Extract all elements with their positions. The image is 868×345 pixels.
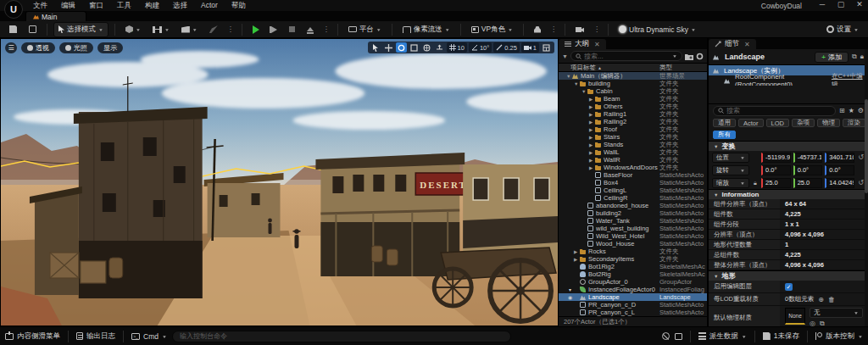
outliner-row-PR_canyon_c_D[interactable]: PR_canyon_c_DStaticMeshActo (559, 301, 707, 309)
menu-item-帮助[interactable]: 帮助 (231, 1, 246, 11)
cmd-dropdown[interactable]: >_Cmd▼ (131, 332, 167, 341)
add-component-button[interactable]: +添加 (815, 52, 849, 63)
outliner-row-abandoned_house[interactable]: abandoned_houseStaticMeshActo (559, 202, 707, 209)
add-actor-button[interactable]: +▼ (121, 24, 145, 35)
row-chevron-icon[interactable]: ▾ (566, 287, 574, 292)
level-tab-main[interactable]: Main (25, 11, 86, 21)
save-button[interactable] (5, 24, 21, 35)
outliner-row-Bot2Rig[interactable]: Bot2RigSkeletalMeshAc (559, 270, 707, 278)
favorites-star-icon[interactable]: ★ (849, 107, 854, 114)
outliner-row-Bot1Rig2[interactable]: Bot1Rig2SkeletalMeshAc (559, 263, 707, 270)
translate-tool-button[interactable] (383, 42, 394, 53)
reset-to-default-icon[interactable]: ↺ (857, 153, 865, 161)
chip-Actor[interactable]: Actor (738, 119, 764, 127)
pixel-streaming-dropdown[interactable]: 像素流送▼ (398, 23, 454, 36)
phys-material-select[interactable]: 无▼ (810, 308, 863, 318)
cinematics-button[interactable]: ▼ (177, 25, 202, 35)
enable-edit-layers-checkbox[interactable]: ✓ (785, 283, 793, 291)
outliner-column-label[interactable]: 项目标签 ▲ (559, 64, 659, 72)
chip-LOD[interactable]: LOD (766, 119, 789, 127)
chip-杂项[interactable]: 杂项 (792, 119, 815, 127)
outliner-row-PR_canyon_c_L[interactable]: PR_canyon_c_LStaticMeshActo (559, 309, 707, 316)
eject-button[interactable] (303, 25, 318, 33)
world-local-toggle[interactable] (421, 42, 432, 53)
expander-arrow-icon[interactable]: ▶ (574, 249, 580, 254)
outliner-search-input[interactable]: 搜索... ▼ (570, 51, 682, 61)
rotate-tool-button[interactable] (396, 42, 407, 53)
menu-item-工具[interactable]: 工具 (117, 1, 131, 11)
maximize-button[interactable]: ▢ (836, 0, 846, 8)
use-selected-asset-icon[interactable]: ◎ (810, 320, 815, 326)
details-scrollbar[interactable] (865, 49, 868, 326)
editor-mode-dropdown[interactable]: 选择模式 ▼ (53, 22, 108, 37)
play-button[interactable] (248, 24, 264, 36)
outliner-row-building2[interactable]: building2StaticMeshActo (559, 209, 707, 217)
outliner-row-Water_Tank[interactable]: Water_TankStaticMeshActo (559, 217, 707, 225)
expander-arrow-icon[interactable]: ▶ (589, 112, 595, 117)
view-mode-dropdown[interactable]: 光照 (59, 42, 93, 53)
minimize-button[interactable]: ─ (817, 0, 827, 8)
transform-value-y[interactable]: -45737.144 (793, 153, 823, 163)
transform-label-dropdown[interactable]: 旋转▼ (712, 165, 749, 175)
add-array-element-icon[interactable]: ⊕ (818, 296, 824, 303)
blueprint-convert-icon[interactable]: ⧉ (852, 53, 857, 61)
expander-arrow-icon[interactable]: ▶ (589, 142, 595, 147)
play-options-kebab[interactable]: ⋮ (321, 25, 331, 33)
viewport[interactable]: DESERTS (0, 38, 559, 326)
transform-value-z[interactable]: 0.0° (825, 165, 854, 175)
outliner-row-GroupActor_0[interactable]: GroupActor_0GroupActor (559, 278, 707, 286)
viewport-options-button[interactable]: ☰ (5, 42, 17, 53)
outliner-row-BaseFloor[interactable]: BaseFloorStaticMeshActo (559, 171, 707, 179)
close-button[interactable]: ✕ (854, 0, 865, 8)
details-tab-close-icon[interactable]: ✕ (744, 41, 750, 48)
browse-asset-icon[interactable]: ⧉ (820, 320, 825, 326)
browse-button[interactable] (25, 24, 41, 35)
component-row-root[interactable]: RootComponent (RootComponent0) 在C++中编辑 (709, 75, 868, 86)
frame-skip-button[interactable] (267, 25, 281, 35)
chip-渲染[interactable]: 渲染 (843, 119, 865, 127)
virtual-camera-button[interactable] (571, 25, 588, 34)
unsaved-button[interactable]: 1未保存 (763, 331, 799, 342)
outliner-tab-close-icon[interactable]: ✕ (594, 41, 600, 48)
transform-value-y[interactable]: 25.0 (793, 178, 823, 188)
new-folder-icon[interactable] (685, 53, 693, 60)
expander-arrow-icon[interactable]: ▶ (589, 158, 595, 163)
outliner-row-CeilingL[interactable]: CeilingLStaticMeshActo (559, 186, 707, 194)
avatar-tool-button[interactable] (530, 25, 545, 35)
blueprints-button[interactable]: ▼ (148, 25, 174, 35)
expander-arrow-icon[interactable]: ▶ (589, 165, 595, 170)
outliner-column-type[interactable]: 类型 (659, 64, 707, 72)
outliner-row-Wild_West_Hotel[interactable]: Wild_West_HotelStaticMeshActo (559, 232, 707, 240)
expander-arrow-icon[interactable]: ▶ (589, 150, 595, 155)
transform-value-x[interactable]: -51199.999 (761, 153, 791, 163)
ultra-dynamic-sky-dropdown[interactable]: Ultra Dynamic Sky▼ (615, 24, 700, 36)
section-transform[interactable]: ▼变换 (709, 141, 868, 151)
transform-value-x[interactable]: 0.0° (761, 165, 791, 175)
visibility-eye-icon[interactable]: ◉ (566, 295, 574, 300)
expander-arrow-icon[interactable]: ▶ (574, 257, 580, 262)
outliner-settings-gear-icon[interactable] (696, 53, 704, 60)
phys-material-thumbnail[interactable]: None (785, 308, 805, 325)
output-log-button[interactable]: 输出日志 (76, 331, 115, 342)
toolbar-overflow-kebab[interactable]: ⋮ (225, 25, 236, 33)
platforms-dropdown[interactable]: 平台▼ (344, 23, 386, 36)
console-command-input[interactable]: 输入控制台命令 (172, 331, 511, 342)
expander-arrow-icon[interactable]: ▶ (589, 97, 595, 102)
expander-arrow-icon[interactable]: ▶ (589, 127, 595, 132)
perspective-dropdown[interactable]: 透视 (21, 42, 55, 53)
outliner-row-CeilingR[interactable]: CeilingRStaticMeshActo (559, 194, 707, 202)
outliner-row-wild_west_building[interactable]: wild_west_buildingStaticMeshActo (559, 225, 707, 232)
expander-arrow-icon[interactable]: ▼ (574, 81, 580, 86)
scale-lock-icon[interactable]: 🔒︎ (752, 180, 759, 186)
lock-icon[interactable]: 🔒︎ (860, 53, 864, 61)
paint-mode-button[interactable] (205, 24, 222, 35)
chip-物理[interactable]: 物理 (817, 119, 840, 127)
scale-snap-control[interactable]: 0.25 (493, 42, 520, 53)
chip-all[interactable]: 所有 (713, 131, 736, 139)
rotation-snap-control[interactable]: 10° (469, 42, 492, 53)
transform-label-dropdown[interactable]: 位置▼ (712, 153, 749, 163)
outliner-row-WindowsAndDoors[interactable]: ▶WindowsAndDoors文件夹 (559, 164, 707, 171)
expander-arrow-icon[interactable]: ▼ (566, 74, 572, 79)
details-search-input[interactable]: 搜索 (713, 106, 836, 116)
menu-item-编辑[interactable]: 编辑 (61, 1, 75, 11)
